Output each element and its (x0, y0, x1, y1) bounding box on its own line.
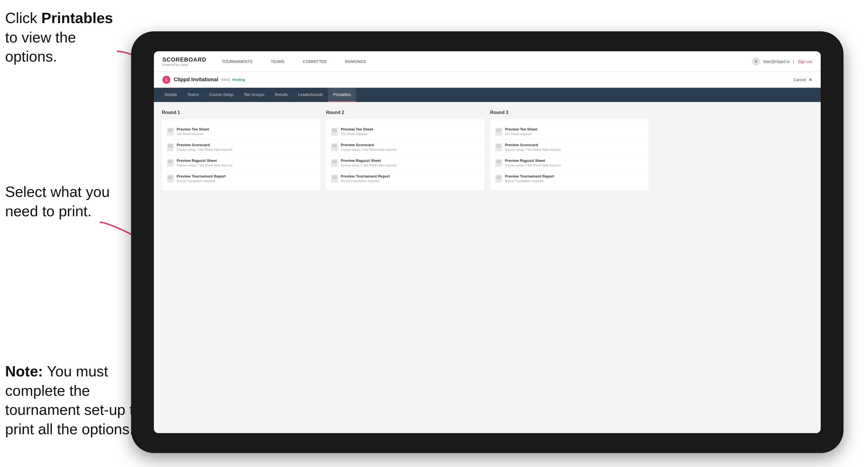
printable-name: Preview Raguzzi Sheet (341, 158, 396, 163)
printable-name: Preview Scorecard (341, 143, 396, 147)
round-2-column: Round 2 Preview Tee Sheet Tee Sheet requ… (326, 110, 485, 191)
printable-req: Round Completion required (341, 179, 390, 183)
raguzzi-icon (495, 159, 502, 167)
printable-req: Course setup + Tee Sheet data required (505, 148, 560, 151)
report-icon (331, 175, 338, 183)
tab-details[interactable]: Details (160, 88, 182, 102)
scorecard-icon (167, 143, 174, 151)
printable-req: Course setup + Tee Sheet data required (177, 163, 232, 167)
printable-name: Preview Scorecard (505, 143, 560, 147)
annotation-click-printables: Click Printables to view the options. (5, 8, 125, 66)
tab-teams[interactable]: Teams (182, 88, 204, 102)
sign-out-link[interactable]: Sign out (798, 59, 812, 64)
printable-name: Preview Tee Sheet (177, 127, 209, 131)
round-2-title: Round 2 (326, 110, 485, 115)
printable-req: Course setup + Tee Sheet data required (177, 148, 232, 151)
round-1-title: Round 1 (162, 110, 320, 115)
tab-results[interactable]: Results (270, 88, 293, 102)
round3-scorecard[interactable]: Preview Scorecard Course setup + Tee She… (495, 139, 644, 155)
printable-name: Preview Raguzzi Sheet (177, 158, 232, 163)
raguzzi-icon (167, 159, 174, 167)
scorecard-icon (331, 143, 338, 151)
printable-req: Course setup + Tee Sheet data required (341, 163, 396, 167)
round3-tournament-report[interactable]: Preview Tournament Report Round Completi… (495, 171, 644, 186)
round-3-card: Preview Tee Sheet Tee Sheet required Pre… (490, 119, 649, 191)
round2-scorecard[interactable]: Preview Scorecard Course setup + Tee She… (331, 139, 479, 155)
printable-req: Round Completion required (505, 179, 554, 183)
nav-rankings[interactable]: RANKINGS (341, 51, 370, 72)
tee-sheet-icon (331, 128, 338, 136)
nav-teams[interactable]: TEAMS (267, 51, 288, 72)
printable-req: Course setup + Tee Sheet data required (341, 148, 396, 151)
rounds-container: Round 1 Preview Tee Sheet Tee Sheet requ… (162, 110, 813, 191)
tab-tee-groups[interactable]: Tee Groups (239, 88, 270, 102)
tab-printables[interactable]: Printables (328, 88, 356, 102)
report-icon (495, 175, 502, 183)
printable-req: Tee Sheet required (505, 132, 537, 136)
tournament-logo-icon: C (162, 76, 170, 84)
round2-tee-sheet[interactable]: Preview Tee Sheet Tee Sheet required (331, 124, 479, 139)
sub-nav: Details Teams Course Setup Tee Groups Re… (154, 88, 821, 102)
tab-leaderboards[interactable]: Leaderboards (293, 88, 328, 102)
empty-column (654, 110, 813, 191)
round1-tee-sheet[interactable]: Preview Tee Sheet Tee Sheet required (167, 124, 315, 139)
nav-committee[interactable]: COMMITTEE (299, 51, 331, 72)
round3-raguzzi[interactable]: Preview Raguzzi Sheet Course setup + Tee… (495, 155, 644, 171)
round2-raguzzi[interactable]: Preview Raguzzi Sheet Course setup + Tee… (331, 155, 479, 171)
scorecard-icon (495, 143, 502, 151)
round-2-card: Preview Tee Sheet Tee Sheet required Pre… (326, 119, 485, 191)
round1-tournament-report[interactable]: Preview Tournament Report Round Completi… (167, 171, 315, 186)
nav-tournaments[interactable]: TOURNAMENTS (218, 51, 256, 72)
annotation-note: Note: You must complete the tournament s… (5, 362, 142, 439)
tab-course-setup[interactable]: Course Setup (204, 88, 239, 102)
round1-scorecard[interactable]: Preview Scorecard Course setup + Tee She… (167, 139, 315, 155)
printable-name: Preview Scorecard (177, 143, 232, 147)
tee-sheet-icon (495, 128, 502, 136)
printable-name: Preview Tee Sheet (505, 127, 537, 131)
round-3-title: Round 3 (490, 110, 649, 115)
printable-name: Preview Tournament Report (177, 174, 226, 178)
raguzzi-icon (331, 159, 338, 167)
cancel-button[interactable]: Cancel ✕ (794, 77, 812, 82)
tablet-screen: SCOREBOARD Powered by clippd TOURNAMENTS… (154, 51, 821, 433)
round-3-column: Round 3 Preview Tee Sheet Tee Sheet requ… (490, 110, 649, 191)
round-1-card: Preview Tee Sheet Tee Sheet required Pre… (162, 119, 320, 191)
logo-powered: Powered by clippd (162, 63, 206, 66)
tournament-header: C Clippd Invitational (Men) Hosting Canc… (154, 72, 821, 88)
printable-req: Tee Sheet required (177, 132, 209, 136)
round1-raguzzi[interactable]: Preview Raguzzi Sheet Course setup + Tee… (167, 155, 315, 171)
tournament-tag: (Men) (221, 78, 230, 82)
user-avatar: B (752, 58, 760, 65)
user-email: blair@clippd.io (764, 59, 789, 64)
tablet-frame: SCOREBOARD Powered by clippd TOURNAMENTS… (131, 31, 843, 453)
top-nav-links: TOURNAMENTS TEAMS COMMITTEE RANKINGS (218, 51, 752, 72)
annotation-select-print: Select what youneed to print. (5, 182, 125, 221)
tournament-name: Clippd Invitational (174, 76, 218, 83)
printable-name: Preview Tournament Report (505, 174, 554, 178)
printable-req: Round Completion required (177, 179, 226, 183)
printable-name: Preview Raguzzi Sheet (505, 158, 560, 163)
round-1-column: Round 1 Preview Tee Sheet Tee Sheet requ… (162, 110, 320, 191)
scoreboard-logo: SCOREBOARD Powered by clippd (162, 56, 206, 66)
tee-sheet-icon (167, 128, 174, 136)
main-content: Round 1 Preview Tee Sheet Tee Sheet requ… (154, 102, 821, 433)
separator: | (793, 59, 794, 64)
logo-title: SCOREBOARD (162, 56, 206, 63)
report-icon (167, 175, 174, 183)
round3-tee-sheet[interactable]: Preview Tee Sheet Tee Sheet required (495, 124, 644, 139)
sub-nav-links: Details Teams Course Setup Tee Groups Re… (160, 88, 356, 102)
printable-req: Course setup + Tee Sheet data required (505, 163, 560, 167)
printable-name: Preview Tee Sheet (341, 127, 373, 131)
top-nav-right: B blair@clippd.io | Sign out (752, 58, 812, 65)
round2-tournament-report[interactable]: Preview Tournament Report Round Completi… (331, 171, 479, 186)
tournament-status: Hosting (232, 78, 245, 82)
printable-req: Tee Sheet required (341, 132, 373, 136)
top-nav: SCOREBOARD Powered by clippd TOURNAMENTS… (154, 51, 821, 72)
printable-name: Preview Tournament Report (341, 174, 390, 178)
